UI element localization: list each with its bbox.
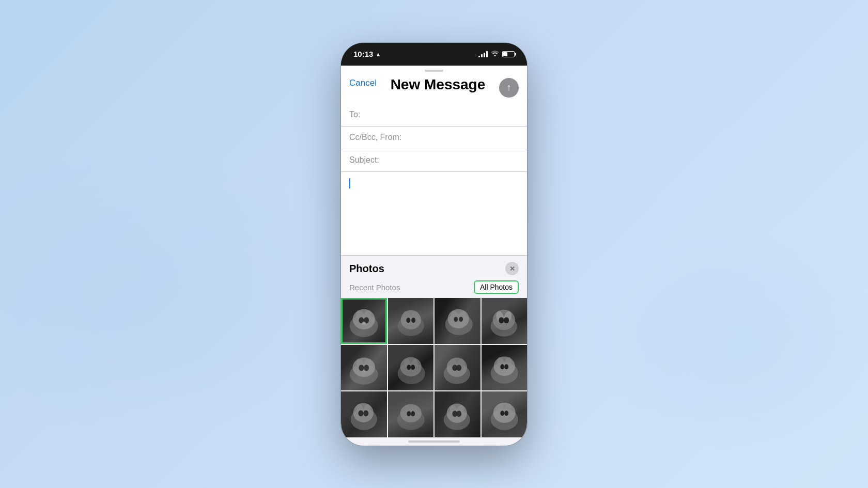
svg-point-18 <box>459 317 463 322</box>
subject-input[interactable] <box>382 155 519 165</box>
svg-point-45 <box>493 356 515 375</box>
status-time-area: 10:13 ▲ <box>353 50 381 58</box>
status-icons <box>478 50 515 58</box>
svg-point-23 <box>499 317 504 323</box>
photo-cell-12[interactable] <box>482 391 528 437</box>
svg-point-37 <box>411 365 415 370</box>
battery-icon <box>502 51 515 57</box>
photo-cell-6[interactable] <box>388 345 434 391</box>
svg-point-51 <box>353 403 374 422</box>
photo-cell-4[interactable] <box>482 298 528 344</box>
photo-cell-9[interactable] <box>341 391 387 437</box>
photo-cell-8[interactable] <box>482 345 528 391</box>
photo-grid <box>341 298 527 437</box>
all-photos-button[interactable]: All Photos <box>474 280 519 294</box>
status-bar: 10:13 ▲ <box>341 43 527 66</box>
svg-point-49 <box>504 364 508 369</box>
time-display: 10:13 <box>353 50 373 58</box>
svg-point-30 <box>364 365 369 371</box>
svg-point-67 <box>456 411 461 417</box>
svg-point-54 <box>358 410 363 416</box>
photos-subheader: Recent Photos All Photos <box>341 280 527 298</box>
svg-point-11 <box>406 318 410 323</box>
send-button[interactable]: ↑ <box>499 78 519 98</box>
compose-header: Cancel New Message ↑ <box>341 72 527 104</box>
photo-cell-2[interactable] <box>388 298 434 344</box>
photo-cell-5[interactable] <box>341 345 387 391</box>
photos-close-button[interactable]: ✕ <box>505 262 519 275</box>
to-input[interactable] <box>363 110 519 119</box>
cc-bcc-label: Cc/Bcc, From: <box>349 133 401 142</box>
photo-cell-10[interactable] <box>388 391 434 437</box>
home-indicator-area <box>341 437 527 446</box>
mail-compose: Cancel New Message ↑ To: Cc/Bcc, From: S… <box>341 66 527 446</box>
svg-point-48 <box>500 364 504 369</box>
to-field-row[interactable]: To: <box>341 104 527 127</box>
svg-point-12 <box>411 318 415 323</box>
subject-field-row[interactable]: Subject: <box>341 149 527 172</box>
svg-point-31 <box>362 370 365 372</box>
svg-point-33 <box>400 357 421 376</box>
photo-cell-11[interactable] <box>435 391 481 437</box>
home-indicator <box>408 440 460 443</box>
svg-point-17 <box>454 317 458 322</box>
svg-point-60 <box>407 411 411 416</box>
drag-handle-area <box>341 66 527 72</box>
body-area[interactable] <box>341 172 527 256</box>
compose-title: New Message <box>391 76 486 93</box>
photo-cell-1[interactable] <box>341 298 387 344</box>
text-cursor <box>349 178 350 188</box>
signal-icon <box>478 51 488 57</box>
svg-point-24 <box>504 317 509 323</box>
svg-point-61 <box>411 411 415 416</box>
svg-point-69 <box>493 403 515 423</box>
send-arrow-icon: ↑ <box>507 83 512 92</box>
wifi-icon <box>491 50 499 58</box>
svg-point-73 <box>504 411 508 416</box>
location-icon: ▲ <box>375 51 381 57</box>
photos-title: Photos <box>349 263 384 275</box>
subject-label: Subject: <box>349 155 379 165</box>
svg-point-20 <box>492 310 515 330</box>
cc-bcc-input[interactable] <box>405 133 519 142</box>
photos-header: Photos ✕ <box>341 256 527 280</box>
svg-point-36 <box>407 365 411 370</box>
svg-point-14 <box>448 309 469 328</box>
svg-point-6 <box>362 322 366 325</box>
cc-bcc-field-row[interactable]: Cc/Bcc, From: <box>341 127 527 149</box>
svg-point-29 <box>359 365 364 371</box>
to-label: To: <box>349 110 360 119</box>
close-icon: ✕ <box>509 265 515 272</box>
svg-point-55 <box>363 410 368 416</box>
svg-point-26 <box>353 357 375 376</box>
photo-cell-7[interactable] <box>435 345 481 391</box>
phone-container: 10:13 ▲ <box>341 43 527 446</box>
cancel-button[interactable]: Cancel <box>349 76 377 90</box>
svg-point-57 <box>400 404 421 422</box>
svg-point-72 <box>500 411 504 416</box>
photos-section: Photos ✕ Recent Photos All Photos <box>341 255 527 446</box>
svg-point-43 <box>456 365 461 371</box>
photo-cell-3[interactable] <box>435 298 481 344</box>
recent-photos-label: Recent Photos <box>349 283 400 292</box>
